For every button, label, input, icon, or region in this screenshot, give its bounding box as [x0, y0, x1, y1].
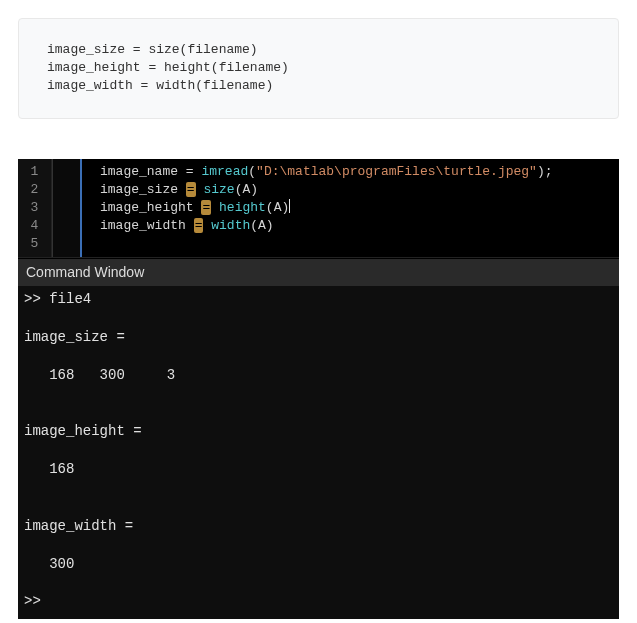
text-cursor-icon	[289, 199, 290, 213]
code-args: (A)	[266, 200, 289, 215]
paren-close: );	[537, 164, 553, 179]
code-func: height	[219, 200, 266, 215]
code-func: imread	[201, 164, 248, 179]
paren-open: (	[248, 164, 256, 179]
code-line-5	[100, 235, 611, 253]
line-number: 2	[18, 181, 51, 199]
code-var: image_width	[100, 218, 194, 233]
code-func: size	[203, 182, 234, 197]
line-number-gutter: 1 2 3 4 5	[18, 159, 52, 257]
doc-code-line-1: image_size = size(filename)	[47, 42, 258, 57]
assign-op: =	[201, 200, 211, 215]
command-window-header: Command Window	[18, 258, 619, 287]
line-number: 5	[18, 235, 51, 253]
code-editor[interactable]: 1 2 3 4 5 image_name = imread("D:\matlab…	[18, 159, 619, 258]
line-number: 3	[18, 199, 51, 217]
assign-op: =	[186, 182, 196, 197]
gutter-spacer	[52, 159, 82, 257]
assign-op: =	[194, 218, 204, 233]
ide-block: 1 2 3 4 5 image_name = imread("D:\matlab…	[18, 159, 619, 620]
command-window-output[interactable]: >> file4 image_size = 168 300 3 image_he…	[18, 286, 619, 619]
code-var: image_name	[100, 164, 186, 179]
doc-code-line-2: image_height = height(filename)	[47, 60, 289, 75]
line-number: 4	[18, 217, 51, 235]
code-args: (A)	[250, 218, 273, 233]
code-lines[interactable]: image_name = imread("D:\matlab\programFi…	[82, 159, 619, 257]
code-func: width	[211, 218, 250, 233]
code-line-4: image_width = width(A)	[100, 217, 611, 235]
code-line-2: image_size = size(A)	[100, 181, 611, 199]
doc-code-line-3: image_width = width(filename)	[47, 78, 273, 93]
line-number: 1	[18, 163, 51, 181]
doc-code-block: image_size = size(filename) image_height…	[18, 18, 619, 119]
code-line-1: image_name = imread("D:\matlab\programFi…	[100, 163, 611, 181]
code-string: "D:\matlab\programFiles\turtle.jpeg"	[256, 164, 537, 179]
assign-op: =	[186, 164, 194, 179]
code-line-3: image_height = height(A)	[100, 199, 611, 217]
code-args: (A)	[235, 182, 258, 197]
space	[211, 200, 219, 215]
code-var: image_size	[100, 182, 186, 197]
code-var: image_height	[100, 200, 201, 215]
